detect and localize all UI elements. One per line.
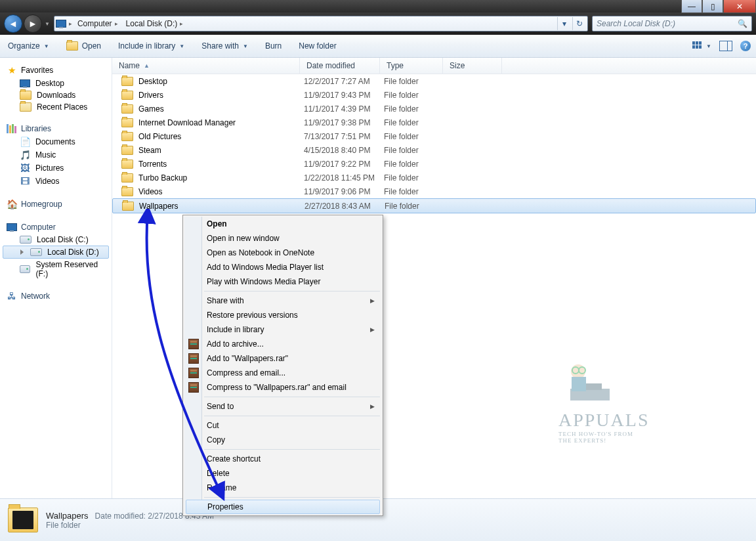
history-dropdown[interactable]: ▼	[45, 21, 50, 27]
submenu-arrow-icon: ▶	[370, 326, 375, 333]
ctx-delete[interactable]: Delete	[184, 466, 381, 481]
breadcrumb-local-disk-d[interactable]: Local Disk (D:) ▸	[123, 19, 186, 28]
sidebar-item-desktop[interactable]: Desktop	[0, 77, 112, 89]
sidebar-item-music[interactable]: 🎵Music	[0, 148, 112, 162]
ctx-add-to-rar[interactable]: Add to "Wallpapers.rar"	[184, 351, 381, 366]
svg-point-4	[572, 367, 579, 374]
sidebar-item-videos[interactable]: 🎞Videos	[0, 175, 112, 188]
burn-button[interactable]: Burn	[262, 40, 284, 52]
svg-rect-1	[573, 383, 602, 390]
navigation-pane: ★Favorites Desktop Downloads Recent Plac…	[0, 58, 112, 505]
sidebar-item-downloads[interactable]: Downloads	[0, 89, 112, 101]
sidebar-item-recent-places[interactable]: Recent Places	[0, 101, 112, 113]
winrar-icon	[188, 339, 199, 349]
address-history-dropdown[interactable]: ▾	[557, 17, 571, 30]
ctx-create-shortcut[interactable]: Create shortcut	[184, 452, 381, 466]
file-row[interactable]: Desktop12/2/2017 7:27 AMFile folder	[112, 74, 756, 88]
titlebar: — ▯ ✕	[0, 0, 756, 12]
column-headers: Name▲ Date modified Type Size	[112, 58, 756, 74]
ctx-compress-email[interactable]: Compress and email...	[184, 366, 381, 380]
submenu-arrow-icon: ▶	[370, 297, 375, 304]
forward-button[interactable]: ►	[24, 14, 42, 33]
winrar-icon	[188, 353, 199, 364]
watermark: APPUALS TECH HOW-TO'S FROM THE EXPERTS!	[558, 360, 649, 444]
search-input[interactable]: Search Local Disk (D:) 🔍	[592, 16, 752, 32]
file-row[interactable]: Drivers11/9/2017 9:43 PMFile folder	[112, 88, 756, 102]
sidebar-item-system-reserved[interactable]: System Reserved (F:)	[0, 259, 112, 280]
column-size[interactable]: Size	[443, 58, 502, 74]
libraries-header[interactable]: Libraries	[0, 122, 112, 135]
share-with-button[interactable]: Share with ▼	[199, 40, 251, 52]
back-button[interactable]: ◄	[4, 14, 22, 33]
refresh-button[interactable]: ↻	[572, 17, 586, 30]
explorer-window: — ▯ ✕ ◄ ► ▼ ▸ Computer ▸ Local Disk (D:)…	[0, 0, 756, 541]
column-date[interactable]: Date modified	[300, 58, 380, 74]
file-row[interactable]: Videos11/9/2017 9:06 PMFile folder	[112, 184, 756, 198]
include-in-library-button[interactable]: Include in library ▼	[116, 40, 187, 52]
svg-point-5	[579, 367, 585, 374]
ctx-compress-rar-email[interactable]: Compress to "Wallpapers.rar" and email	[184, 380, 381, 395]
file-row[interactable]: Internet Download Manager11/9/2017 9:38 …	[112, 116, 756, 129]
organize-button[interactable]: Organize ▼	[5, 40, 52, 52]
ctx-copy[interactable]: Copy	[184, 433, 381, 447]
sidebar-item-documents[interactable]: 📄Documents	[0, 135, 112, 148]
address-bar[interactable]: ▸ Computer ▸ Local Disk (D:) ▸ ▾ ↻	[54, 16, 588, 32]
close-button[interactable]: ✕	[723, 0, 756, 13]
file-row[interactable]: Turbo Backup1/22/2018 11:45 PMFile folde…	[112, 171, 756, 184]
favorites-header[interactable]: ★Favorites	[0, 63, 112, 77]
svg-rect-0	[570, 389, 610, 400]
winrar-icon	[188, 368, 199, 378]
ctx-separator	[204, 291, 380, 292]
details-item-type: File folder	[46, 521, 214, 530]
homegroup-header[interactable]: 🏠Homegroup	[0, 197, 112, 211]
ctx-separator	[204, 497, 380, 498]
file-rows: Desktop12/2/2017 7:27 AMFile folder Driv…	[112, 74, 756, 213]
ctx-play-wmp[interactable]: Play with Windows Media Player	[184, 274, 381, 289]
ctx-open-new-window[interactable]: Open in new window	[184, 231, 381, 246]
ctx-share-with[interactable]: Share with▶	[184, 293, 381, 308]
computer-header[interactable]: Computer	[0, 221, 112, 234]
toolbar: Organize ▼ Open Include in library ▼ Sha…	[0, 35, 756, 58]
open-button[interactable]: Open	[64, 40, 104, 52]
details-item-name: Wallpapers	[46, 511, 89, 521]
maximize-button[interactable]: ▯	[702, 0, 723, 13]
sidebar-item-local-disk-c[interactable]: Local Disk (C:)	[0, 234, 112, 246]
navbar: ◄ ► ▼ ▸ Computer ▸ Local Disk (D:) ▸ ▾ ↻…	[0, 12, 756, 35]
ctx-cut[interactable]: Cut	[184, 418, 381, 433]
sort-asc-icon: ▲	[144, 62, 150, 69]
ctx-include-in-library[interactable]: Include in library▶	[184, 322, 381, 337]
ctx-restore-previous[interactable]: Restore previous versions	[184, 308, 381, 322]
column-name[interactable]: Name▲	[112, 58, 300, 74]
computer-icon	[56, 18, 66, 29]
file-row[interactable]: Games11/1/2017 4:39 PMFile folder	[112, 102, 756, 116]
ctx-add-wmp-list[interactable]: Add to Windows Media Player list	[184, 260, 381, 274]
context-menu: Open Open in new window Open as Notebook…	[182, 215, 383, 516]
ctx-send-to[interactable]: Send to▶	[184, 399, 381, 414]
column-type[interactable]: Type	[380, 58, 443, 74]
ctx-add-to-archive[interactable]: Add to archive...	[184, 337, 381, 351]
preview-pane-button[interactable]	[719, 41, 732, 51]
file-row[interactable]: Torrents11/9/2017 9:22 PMFile folder	[112, 157, 756, 171]
sidebar-item-local-disk-d[interactable]: Local Disk (D:)	[3, 246, 109, 259]
network-header[interactable]: 🖧Network	[0, 289, 112, 303]
ctx-open-onenote[interactable]: Open as Notebook in OneNote	[184, 246, 381, 260]
ctx-separator	[204, 416, 380, 416]
ctx-separator	[204, 397, 380, 397]
new-folder-button[interactable]: New folder	[296, 40, 339, 52]
minimize-button[interactable]: —	[681, 0, 702, 13]
submenu-arrow-icon: ▶	[370, 403, 375, 410]
search-icon: 🔍	[738, 19, 747, 28]
svg-point-2	[571, 364, 585, 379]
file-row[interactable]: Old Pictures7/13/2017 7:51 PMFile folder	[112, 129, 756, 143]
breadcrumb-computer[interactable]: Computer ▸	[75, 19, 121, 28]
file-row[interactable]: Steam4/15/2018 8:40 PMFile folder	[112, 143, 756, 157]
sidebar-item-pictures[interactable]: 🖼Pictures	[0, 162, 112, 175]
ctx-separator	[204, 449, 380, 450]
details-date-label: Date modified:	[95, 511, 146, 521]
help-button[interactable]: ?	[740, 41, 751, 51]
ctx-properties[interactable]: Properties	[186, 500, 380, 514]
view-options-button[interactable]: ▼	[692, 41, 711, 51]
ctx-rename[interactable]: Rename	[184, 481, 381, 495]
file-row-selected[interactable]: Wallpapers2/27/2018 8:43 AMFile folder	[112, 198, 756, 213]
ctx-open[interactable]: Open	[184, 217, 381, 231]
